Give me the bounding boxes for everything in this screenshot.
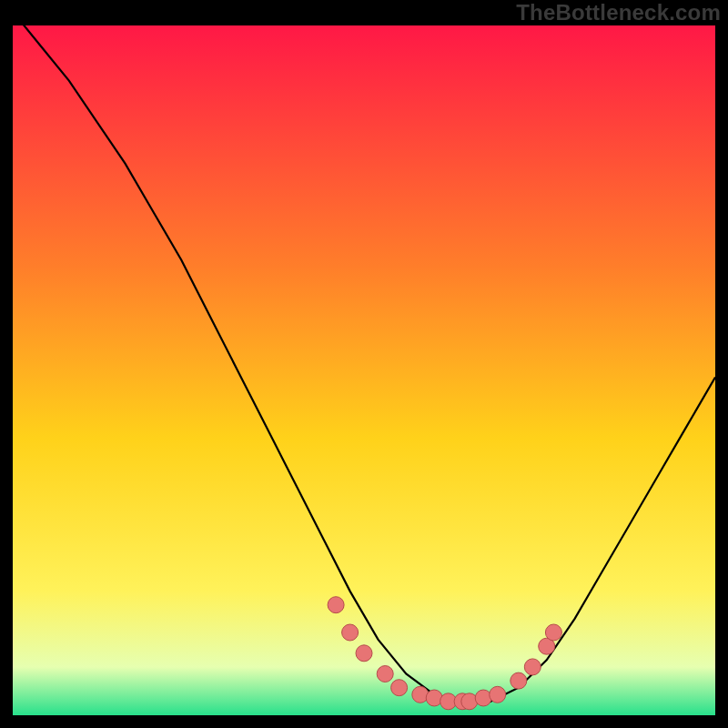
watermark-label: TheBottleneck.com bbox=[516, 0, 721, 25]
marker-point bbox=[545, 624, 561, 641]
marker-point bbox=[356, 645, 372, 662]
marker-point bbox=[524, 659, 541, 675]
marker-point bbox=[377, 666, 393, 682]
chart-frame: TheBottleneck.com bbox=[0, 0, 728, 728]
marker-point bbox=[342, 624, 359, 641]
marker-point bbox=[391, 680, 408, 696]
marker-point bbox=[490, 686, 506, 703]
chart-svg bbox=[13, 25, 715, 715]
marker-point bbox=[511, 672, 527, 689]
plot-area bbox=[13, 25, 715, 715]
gradient-background bbox=[13, 25, 715, 715]
marker-point bbox=[475, 690, 491, 706]
marker-point bbox=[328, 597, 344, 613]
